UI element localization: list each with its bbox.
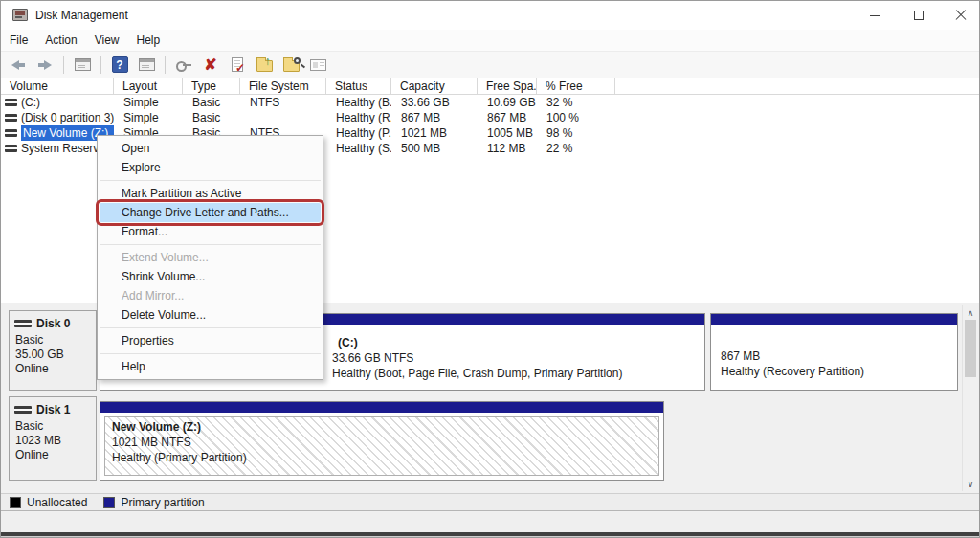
volume-icon [5, 129, 17, 137]
menu-item-delete-volume[interactable]: Delete Volume... [98, 305, 323, 325]
column-header-file-system[interactable]: File System [240, 78, 326, 95]
volume-name: (Disk 0 partition 3) [21, 110, 114, 125]
forward-icon [38, 60, 52, 70]
cell-capacity: 1021 MB [391, 125, 478, 141]
menu-item-shrink-volume[interactable]: Shrink Volume... [98, 267, 323, 286]
menu-file[interactable]: File [1, 30, 36, 51]
cell-file-system: NTFS [240, 95, 326, 110]
close-button[interactable] [945, 1, 977, 30]
menu-help[interactable]: Help [128, 30, 169, 51]
menu-item-explore[interactable]: Explore [98, 158, 323, 177]
close-icon [955, 10, 967, 21]
cell-capacity: 500 MB [391, 141, 478, 156]
menu-action[interactable]: Action [36, 30, 85, 51]
volume-row-disk0-partition3[interactable]: (Disk 0 partition 3) Simple Basic Health… [1, 110, 979, 125]
legend-color-primary-partition [103, 497, 115, 508]
window-title: Disk Management [35, 9, 128, 22]
legend-label-unallocated: Unallocated [27, 496, 87, 509]
volume-icon [5, 114, 17, 122]
maximize-button[interactable] [902, 1, 935, 30]
cell-pct-free: 100 % [537, 110, 615, 125]
volume-icon [5, 145, 17, 152]
cell-status: Healthy (R... [326, 110, 391, 125]
partition-recovery-size: 867 MB [721, 348, 864, 364]
folder-up-button[interactable]: ↑ [254, 55, 275, 76]
minimize-icon [870, 15, 880, 16]
cell-layout: Simple [114, 110, 183, 125]
menu-item-open[interactable]: Open [98, 139, 323, 158]
scroll-up-arrow[interactable]: ∧ [963, 305, 978, 320]
cell-pct-free: 32 % [537, 95, 615, 110]
folder-up-icon: ↑ [256, 60, 273, 72]
cell-pct-free: 22 % [537, 141, 615, 156]
action-menu-icon [176, 60, 192, 70]
back-button[interactable] [8, 55, 29, 76]
scrollbar-vertical[interactable]: ∧ ∨ [962, 305, 977, 491]
partition-c-status: Healthy (Boot, Page File, Crash Dump, Pr… [332, 366, 622, 381]
properties-window-button[interactable] [136, 55, 157, 76]
menu-item-help[interactable]: Help [98, 357, 323, 376]
document-check-icon [232, 57, 243, 72]
minimize-button[interactable] [858, 1, 891, 30]
scrollbar-thumb[interactable] [965, 320, 976, 377]
toolbar-separator [63, 56, 64, 74]
scroll-down-arrow[interactable]: ∨ [963, 477, 978, 491]
menu-item-add-mirror: Add Mirror... [98, 286, 323, 305]
cell-type: Basic [183, 110, 240, 125]
forward-button[interactable] [34, 55, 56, 76]
disk1-info-panel[interactable]: Disk 1 Basic 1023 MB Online [9, 396, 97, 481]
partition-recovery[interactable]: 867 MB Healthy (Recovery Partition) [710, 313, 958, 391]
column-header-type[interactable]: Type [183, 78, 240, 95]
disk-icon [14, 320, 32, 327]
volume-list-header: Volume Layout Type File System Status Ca… [1, 78, 979, 95]
menu-item-mark-partition-active[interactable]: Mark Partition as Active [98, 184, 323, 203]
menu-item-change-drive-letter[interactable]: Change Drive Letter and Paths... [100, 203, 321, 222]
legend-color-unallocated [10, 497, 21, 508]
cell-pct-free: 98 % [537, 125, 615, 141]
column-header-capacity[interactable]: Capacity [391, 78, 478, 95]
title-bar: Disk Management [1, 1, 979, 30]
partition-new-volume-z[interactable]: New Volume (Z:) 1021 MB NTFS Healthy (Pr… [100, 401, 664, 481]
menu-bar: File Action View Help [1, 30, 979, 51]
cell-free-space: 10.69 GB [478, 95, 537, 110]
column-header-layout[interactable]: Layout [114, 78, 183, 95]
help-button[interactable]: ? [109, 55, 130, 76]
console-window-button[interactable] [72, 55, 93, 76]
legend-label-primary-partition: Primary partition [121, 496, 204, 509]
menu-item-properties[interactable]: Properties [98, 331, 323, 350]
partition-z-size: 1021 MB NTFS [112, 435, 247, 450]
disk-icon [14, 406, 32, 414]
cell-type: Basic [183, 95, 240, 110]
disk1-name: Disk 1 [36, 403, 70, 416]
action-menu-button[interactable] [173, 55, 194, 76]
menu-item-format[interactable]: Format... [98, 222, 323, 241]
delete-volume-button[interactable]: ✘ [200, 55, 221, 76]
disk-management-window: Disk Management File Action View Help ? … [0, 0, 980, 538]
menu-separator [100, 180, 321, 181]
cell-status: Healthy (S... [326, 141, 391, 156]
partition-z-label: New Volume (Z:) [112, 419, 247, 435]
column-header-free-space[interactable]: Free Spa... [478, 78, 537, 95]
details-pane-button[interactable] [307, 55, 328, 76]
document-check-button[interactable] [227, 55, 248, 76]
volume-icon [5, 99, 17, 106]
folder-search-icon [283, 60, 300, 72]
details-pane-icon [310, 59, 326, 71]
legend-bar: Unallocated Primary partition [1, 493, 979, 511]
menu-separator [100, 327, 321, 328]
disk0-state: Online [15, 362, 96, 376]
folder-search-button[interactable] [280, 55, 301, 76]
column-header-status[interactable]: Status [326, 78, 391, 95]
cell-free-space: 867 MB [478, 110, 537, 125]
context-menu: Open Explore Mark Partition as Active Ch… [97, 135, 323, 380]
disk0-kind: Basic [15, 333, 96, 347]
partition-c-size: 33.66 GB NTFS [332, 350, 622, 366]
console-window-icon [75, 58, 91, 71]
cell-capacity: 867 MB [391, 110, 478, 125]
column-header-pct-free[interactable]: % Free [537, 78, 615, 95]
disk0-info-panel[interactable]: Disk 0 Basic 35.00 GB Online [9, 310, 97, 391]
menu-view[interactable]: View [86, 30, 128, 51]
partition-z-status: Healthy (Primary Partition) [112, 450, 247, 465]
column-header-volume[interactable]: Volume [1, 78, 114, 95]
volume-row-c[interactable]: (C:) Simple Basic NTFS Healthy (B... 33.… [1, 95, 979, 110]
